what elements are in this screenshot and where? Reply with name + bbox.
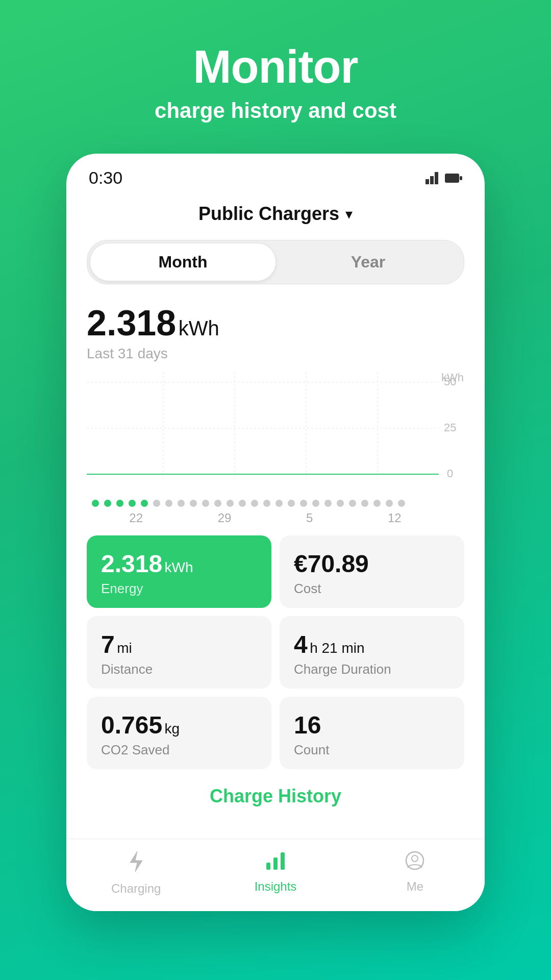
signal-icon (425, 172, 440, 184)
stat-energy-value: 2.318 (101, 550, 162, 577)
stat-card-co2: 0.765 kg CO2 Saved (87, 697, 271, 769)
svg-text:25: 25 (444, 421, 456, 434)
timeline-dot (141, 500, 148, 507)
energy-value: 2.318 (87, 303, 176, 343)
stat-distance-value: 7 (101, 631, 115, 658)
energy-period: Last 31 days (87, 346, 464, 362)
stat-card-energy: 2.318 kWh Energy (87, 535, 271, 608)
timeline-dot (227, 500, 234, 507)
svg-rect-17 (273, 857, 278, 870)
status-bar: 0:30 (66, 154, 485, 193)
timeline-dot (104, 500, 111, 507)
stat-co2-value-row: 0.765 kg (101, 711, 257, 739)
stat-energy-unit: kWh (165, 559, 193, 575)
timeline-dot (398, 500, 405, 507)
me-icon (405, 850, 425, 875)
stat-cost-label: Cost (294, 581, 450, 597)
stat-duration-value-row: 4 h 21 min (294, 630, 450, 658)
chart-label-29: 29 (218, 511, 232, 525)
timeline-dot (190, 500, 197, 507)
timeline-dot (165, 500, 172, 507)
energy-unit: kWh (179, 317, 219, 339)
timeline-dot (373, 500, 381, 507)
stat-duration-label: Charge Duration (294, 662, 450, 677)
timeline-dot (202, 500, 209, 507)
stat-distance-label: Distance (101, 662, 257, 677)
nav-item-charging[interactable]: Charging (66, 850, 206, 896)
timeline-dot (288, 500, 295, 507)
svg-marker-0 (425, 179, 429, 184)
stat-energy-label: Energy (101, 581, 257, 597)
stat-co2-label: CO2 Saved (101, 742, 257, 758)
stat-energy-value-row: 2.318 kWh (101, 550, 257, 578)
nav-item-insights[interactable]: Insights (206, 850, 345, 896)
timeline-dot (214, 500, 221, 507)
nav-label-charging: Charging (111, 881, 161, 896)
stat-cost-value: €70.89 (294, 550, 369, 577)
timeline-dot (153, 500, 160, 507)
chevron-down-icon: ▾ (345, 206, 353, 223)
timeline-dot (337, 500, 344, 507)
phone-mockup: 0:30 Public Chargers ▾ Month Year (66, 154, 485, 911)
timeline-dot (263, 500, 270, 507)
timeline-dot (239, 500, 246, 507)
stat-count-value-row: 16 (294, 711, 450, 739)
timeline-dot (92, 500, 99, 507)
chart-area: 50 kWh 25 0 (87, 372, 464, 495)
timeline-dot (251, 500, 258, 507)
bottom-nav: Charging Insights Me (66, 839, 485, 911)
chart-label-22: 22 (129, 511, 143, 525)
timeline-dot (178, 500, 185, 507)
insights-icon (265, 850, 286, 875)
nav-label-me: Me (407, 879, 423, 894)
timeline-dot (349, 500, 356, 507)
status-time: 0:30 (89, 168, 122, 188)
page-subtitle: charge history and cost (155, 99, 396, 123)
chart-label-5: 5 (306, 511, 313, 525)
stat-card-count: 16 Count (280, 697, 464, 769)
content-area: Public Chargers ▾ Month Year 2.318 kWh L… (66, 193, 485, 839)
nav-item-me[interactable]: Me (345, 850, 485, 896)
chart-label-12: 12 (388, 511, 402, 525)
charge-history-button[interactable]: Charge History (87, 769, 464, 823)
stat-distance-unit: mi (117, 640, 132, 656)
timeline-dot (129, 500, 136, 507)
page-title: Monitor (155, 41, 396, 93)
charger-selector[interactable]: Public Chargers ▾ (87, 203, 464, 225)
stat-card-distance: 7 mi Distance (87, 616, 271, 689)
svg-marker-1 (430, 176, 434, 184)
stat-card-duration: 4 h 21 min Charge Duration (280, 616, 464, 689)
stat-count-value: 16 (294, 712, 321, 739)
svg-marker-2 (435, 172, 438, 184)
svg-text:kWh: kWh (441, 372, 464, 384)
stat-co2-unit: kg (165, 721, 180, 737)
timeline-dot (324, 500, 332, 507)
stat-distance-value-row: 7 mi (101, 630, 257, 658)
timeline-dot (312, 500, 319, 507)
timeline-dot (361, 500, 368, 507)
period-btn-month[interactable]: Month (90, 243, 276, 281)
svg-rect-18 (281, 852, 285, 870)
svg-rect-16 (266, 863, 270, 870)
stat-cost-value-row: €70.89 (294, 550, 450, 578)
timeline-dot (386, 500, 393, 507)
charging-icon (127, 850, 145, 877)
status-icons (425, 172, 462, 184)
chart-svg: 50 kWh 25 0 (87, 372, 464, 495)
charger-selector-label: Public Chargers (198, 203, 339, 225)
svg-text:0: 0 (447, 467, 453, 480)
stat-duration-value: 4 (294, 631, 308, 658)
period-toggle[interactable]: Month Year (87, 240, 464, 284)
energy-total: 2.318 kWh (87, 303, 464, 344)
stats-grid: 2.318 kWh Energy €70.89 Cost 7 mi Distan… (87, 535, 464, 769)
svg-rect-4 (460, 176, 462, 180)
dot-timeline (87, 500, 464, 507)
stat-card-cost: €70.89 Cost (280, 535, 464, 608)
nav-label-insights: Insights (255, 879, 297, 894)
header-section: Monitor charge history and cost (155, 41, 396, 123)
period-btn-year[interactable]: Year (276, 243, 461, 281)
timeline-dot (276, 500, 283, 507)
stat-co2-value: 0.765 (101, 712, 162, 739)
stat-duration-unit: h 21 min (310, 640, 364, 656)
battery-icon (445, 173, 462, 184)
